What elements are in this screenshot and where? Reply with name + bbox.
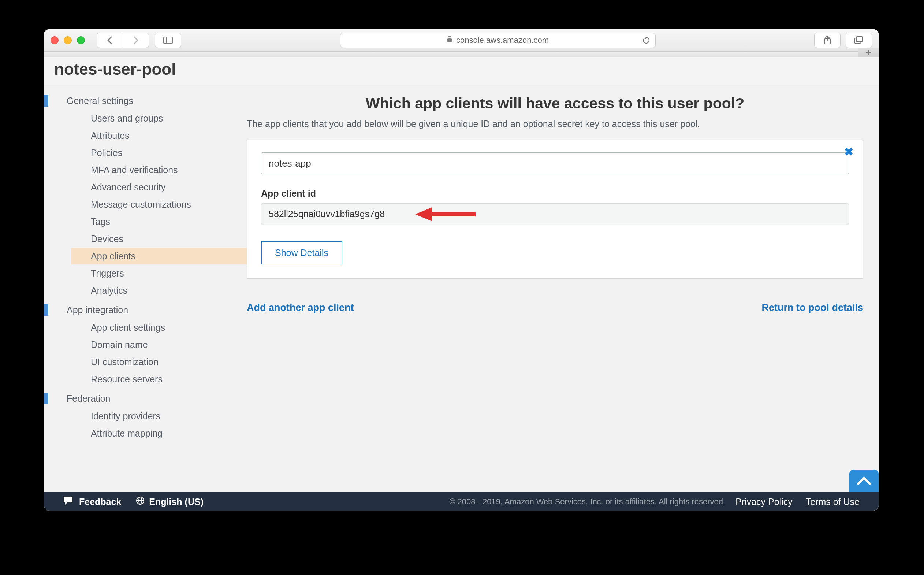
return-to-pool-details-link[interactable]: Return to pool details [761, 302, 863, 313]
sidebar-item-message-customizations[interactable]: Message customizations [71, 196, 247, 213]
sidebar-item-ui-customization[interactable]: UI customization [71, 354, 247, 370]
show-tabs-button[interactable] [846, 33, 872, 48]
sidebar-item-triggers[interactable]: Triggers [71, 265, 247, 282]
close-window-button[interactable] [51, 36, 59, 44]
sidebar-accent-bar [44, 392, 48, 404]
footer-copyright: © 2008 - 2019, Amazon Web Services, Inc.… [214, 497, 725, 507]
main-heading: Which app clients will have access to th… [247, 95, 863, 112]
sidebar-section-app-integration: App integration App client settings Doma… [44, 301, 247, 388]
sidebar-item-mfa-and-verifications[interactable]: MFA and verifications [71, 162, 247, 178]
share-button[interactable] [814, 33, 840, 48]
safari-window: console.aws.amazon.com + notes-user-pool [44, 29, 879, 511]
sidebar-toggle-button[interactable] [155, 33, 181, 48]
sidebar-item-app-client-settings[interactable]: App client settings [71, 319, 247, 336]
globe-icon [136, 496, 144, 507]
svg-rect-0 [164, 37, 173, 44]
app-client-name-input[interactable] [261, 152, 849, 174]
nav-forward-button[interactable] [123, 33, 149, 48]
feedback-icon [63, 496, 73, 508]
sidebar-accent-bar [44, 95, 48, 106]
pool-header: notes-user-pool [44, 57, 879, 85]
annotation-arrow-icon [415, 205, 477, 223]
new-tab-button[interactable]: + [858, 48, 879, 57]
sidebar-item-domain-name[interactable]: Domain name [71, 337, 247, 353]
lock-icon [447, 35, 452, 45]
bottom-links-row: Add another app client Return to pool de… [247, 302, 863, 313]
page-footer: Feedback English (US) © 2008 - 2019, Ama… [44, 492, 879, 511]
terms-of-use-link[interactable]: Terms of Use [806, 497, 859, 507]
scroll-to-top-button[interactable] [850, 470, 879, 492]
url-address-field[interactable]: console.aws.amazon.com [340, 33, 656, 48]
sidebar-item-users-and-groups[interactable]: Users and groups [71, 110, 247, 127]
sidebar-item-resource-servers[interactable]: Resource servers [71, 371, 247, 388]
nav-back-button[interactable] [97, 33, 123, 48]
fullscreen-window-button[interactable] [77, 36, 85, 44]
pool-title: notes-user-pool [54, 60, 869, 78]
sidebar-item-tags[interactable]: Tags [71, 213, 247, 230]
main-description: The app clients that you add below will … [247, 119, 863, 129]
privacy-policy-link[interactable]: Privacy Policy [735, 497, 792, 507]
page-content: notes-user-pool General settings Users a… [44, 57, 879, 511]
main-panel: Which app clients will have access to th… [247, 85, 879, 492]
tab-bar: + [44, 52, 879, 57]
sidebar-item-attribute-mapping[interactable]: Attribute mapping [71, 425, 247, 442]
sidebar-heading-app-integration[interactable]: App integration [44, 301, 247, 319]
add-another-app-client-link[interactable]: Add another app client [247, 302, 354, 313]
browser-toolbar: console.aws.amazon.com [44, 29, 879, 52]
remove-app-client-button[interactable]: ✖ [844, 146, 853, 157]
url-host-text: console.aws.amazon.com [456, 35, 549, 45]
feedback-link[interactable]: Feedback [79, 497, 121, 507]
sidebar-nav: General settings Users and groups Attrib… [44, 85, 247, 492]
language-selector[interactable]: English (US) [149, 497, 204, 507]
sidebar-item-devices[interactable]: Devices [71, 231, 247, 247]
svg-rect-6 [856, 37, 863, 42]
svg-marker-8 [415, 207, 432, 221]
sidebar-item-app-clients[interactable]: App clients [71, 248, 247, 264]
sidebar-heading-general-settings[interactable]: General settings [44, 92, 247, 110]
sidebar-item-attributes[interactable]: Attributes [71, 127, 247, 144]
sidebar-item-advanced-security[interactable]: Advanced security [71, 179, 247, 195]
reload-icon[interactable] [642, 36, 650, 44]
sidebar-heading-federation[interactable]: Federation [44, 390, 247, 407]
sidebar-accent-bar [44, 304, 48, 316]
minimize-window-button[interactable] [64, 36, 72, 44]
svg-rect-2 [447, 38, 452, 42]
show-details-button[interactable]: Show Details [261, 241, 342, 264]
sidebar-section-general-settings: General settings Users and groups Attrib… [44, 92, 247, 299]
app-client-id-value: 582ll25qnai0uvv1bfia9gs7g8 [261, 203, 849, 225]
sidebar-item-policies[interactable]: Policies [71, 145, 247, 161]
sidebar-item-identity-providers[interactable]: Identity providers [71, 408, 247, 424]
app-client-id-label: App client id [261, 188, 849, 199]
sidebar-item-analytics[interactable]: Analytics [71, 283, 247, 299]
traffic-lights [51, 36, 85, 44]
app-client-card: ✖ App client id 582ll25qnai0uvv1bfia9gs7… [247, 140, 863, 279]
sidebar-section-federation: Federation Identity providers Attribute … [44, 390, 247, 442]
